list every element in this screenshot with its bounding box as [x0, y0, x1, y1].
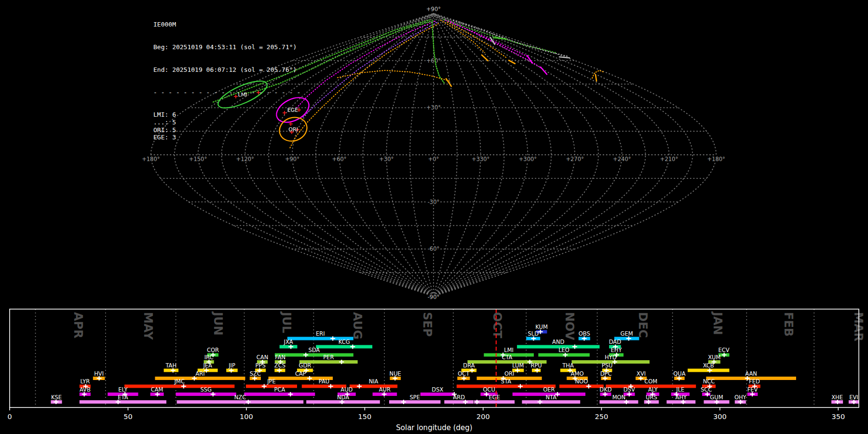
shower-OBS: OBS [579, 330, 590, 341]
observation-header: IE000M Beg: 20251019 04:53:11 (sol = 205… [153, 6, 300, 134]
row-red: LYRJMCJPEPAUNIASTANOOCOMNCCFED [80, 378, 760, 389]
shower-code-label: ZCS [274, 362, 285, 369]
ra-label: +180° [142, 156, 160, 163]
activity-bar [457, 385, 556, 388]
activity-bar [275, 353, 353, 357]
shower-code-label: XCB [703, 362, 714, 369]
shower-code-label: ARI [195, 370, 204, 377]
count-line: ...: 5 [153, 119, 300, 126]
shower-AVB: AVB [80, 386, 91, 397]
shower-URS: URS [644, 394, 659, 405]
shower-code-label: ERI [316, 330, 325, 337]
axis-tick-label: 200 [476, 413, 490, 420]
shower-ZCS: ZCS [274, 362, 285, 373]
shower-code-label: OER [543, 386, 555, 393]
month-label-AUG: AUG [351, 312, 364, 339]
shower-code-label: SSG [200, 386, 212, 393]
shower-code-label: URS [646, 394, 657, 401]
shower-code-label: COR [207, 347, 219, 353]
shower-code-label: JLE [676, 386, 684, 393]
drift-trail-right-orange-2 [448, 22, 507, 58]
drift-trail-ege-drift [297, 21, 435, 108]
drift-trail-right-magenta-1 [446, 20, 529, 57]
shower-code-label: IRC [204, 354, 214, 361]
shower-code-label: OCT [458, 370, 470, 377]
activity-bar [246, 385, 297, 388]
ra-label: +90° [285, 156, 299, 163]
shower-code-label: OCU [483, 386, 495, 393]
shower-code-label: OBS [579, 330, 590, 337]
shower-CAM: CAM [150, 386, 164, 397]
ra-label: +60° [332, 156, 347, 163]
shower-KSE: KSE [51, 394, 62, 405]
shower-code-label: DRA [463, 362, 475, 369]
month-label-JUN: JUN [211, 311, 225, 336]
drift-trail-right-gray [453, 20, 568, 56]
shower-XCB: XCB [688, 362, 729, 373]
shower-code-label: CTA [502, 354, 512, 361]
drift-tip [559, 57, 570, 58]
axis-tick-label: 150 [358, 413, 372, 420]
shower-code-label: JXA [284, 339, 293, 345]
shower-code-label: LUM [512, 362, 524, 369]
shower-code-label: XUM [708, 354, 720, 361]
station-id: IE000M [153, 21, 300, 28]
shower-code-label: JPE [267, 378, 276, 385]
shower-code-label: LYR [80, 378, 90, 385]
ra-label: +120° [236, 156, 254, 163]
count-line: LMI: 6 [153, 111, 300, 119]
shower-code-label: NOO [575, 378, 588, 385]
month-label-NOV: NOV [563, 312, 576, 340]
activity-bar [522, 400, 580, 404]
south-pole-label: -90° [428, 294, 440, 300]
shower-code-label: GEM [621, 330, 633, 337]
month-label-OCT: OCT [490, 312, 504, 339]
axis-tick-label: 50 [123, 413, 132, 420]
shower-code-label: FEV [747, 386, 758, 393]
shower-code-label: GUM [710, 394, 723, 401]
shower-code-label: NDA [337, 394, 349, 401]
activity-bar [280, 345, 298, 349]
shower-code-label: OHY [734, 394, 747, 401]
shower-EGE: EGE [474, 394, 515, 405]
shower-DKD: DKD [599, 386, 611, 397]
shower-code-label: FED [749, 378, 760, 385]
shower-JIP: JIP [226, 362, 238, 373]
shower-code-label: CAM [151, 386, 163, 393]
activity-bar [302, 385, 346, 388]
activity-bar [155, 377, 245, 380]
shower-code-label: COM [644, 378, 657, 385]
shower-DPC: DPC [600, 370, 612, 381]
activity-bar [389, 400, 441, 404]
shower-code-label: AAN [745, 370, 757, 377]
shower-code-label: STA [501, 378, 511, 385]
axis-tick-label: 100 [240, 413, 253, 420]
ra-label: +270° [566, 156, 583, 163]
shower-code-label: DSX [432, 386, 443, 393]
dec-label: +30° [426, 104, 441, 111]
plot-svg: +180°+150°+120°+90°+60°+30°+0°+330°+300°… [0, 0, 868, 434]
shower-code-label: EGE [488, 394, 500, 401]
ra-label: +150° [189, 156, 207, 163]
shower-DSX: DSX [420, 386, 457, 397]
activity-bar [474, 400, 515, 404]
activity-bar [244, 393, 315, 396]
shower-code-label: THA [562, 362, 574, 369]
axis-tick-label: 350 [831, 413, 845, 420]
shower-code-label: NIA [369, 378, 379, 385]
ra-label: +30° [379, 156, 393, 163]
shower-TAH: TAH [164, 362, 178, 373]
month-label-JAN: JAN [711, 311, 724, 335]
end-time: End: 20251019 06:07:12 (sol = 205.76°) [153, 66, 300, 74]
shower-RPU: RPU [530, 362, 542, 373]
shower-code-label: DPC [600, 370, 612, 377]
shower-NOO: NOO [559, 378, 604, 389]
shower-code-label: PSU [602, 362, 613, 369]
month-label-FEB: FEB [782, 312, 795, 337]
shower-code-label: EHY [611, 347, 623, 353]
activity-bar [176, 393, 236, 396]
shower-code-label: JIP [228, 362, 235, 369]
shower-code-label: ORI [504, 370, 514, 377]
shower-code-label: XHE [831, 394, 843, 401]
ra-label: +240° [613, 156, 631, 163]
